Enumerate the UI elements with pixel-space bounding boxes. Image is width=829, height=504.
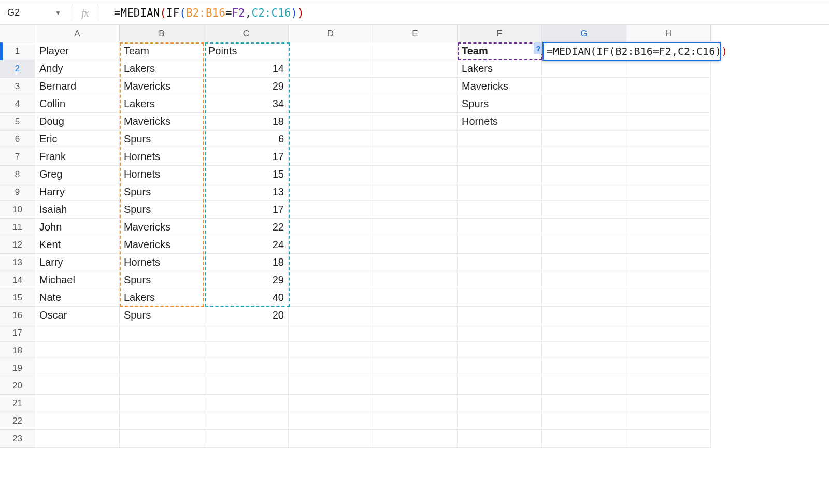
cell-E11[interactable] [373, 219, 458, 236]
cell-B6[interactable]: Spurs [120, 131, 204, 148]
cell-G16[interactable] [542, 307, 626, 324]
cell-B15[interactable]: Lakers [120, 289, 204, 307]
row-head-17[interactable]: 17 [0, 324, 35, 342]
cell-F19[interactable] [458, 359, 542, 377]
cell-G20[interactable] [542, 377, 626, 395]
row-head-15[interactable]: 15 [0, 289, 35, 307]
cell-A22[interactable] [35, 412, 120, 430]
row-head-20[interactable]: 20 [0, 377, 35, 395]
cell-D9[interactable] [289, 183, 373, 201]
cell-D17[interactable] [289, 324, 373, 342]
cell-G9[interactable] [542, 183, 626, 201]
cell-E8[interactable] [373, 166, 458, 183]
cell-H16[interactable] [626, 307, 711, 324]
cell-D15[interactable] [289, 289, 373, 307]
cell-F9[interactable] [458, 183, 542, 201]
spreadsheet-grid[interactable]: ABCDEFGH1PlayerTeamPointsTeamMedian Poin… [0, 25, 829, 448]
cell-B5[interactable]: Mavericks [120, 113, 204, 131]
row-head-22[interactable]: 22 [0, 412, 35, 430]
cell-E21[interactable] [373, 395, 458, 412]
cell-C10[interactable]: 17 [204, 201, 289, 219]
cell-F4[interactable]: Spurs [458, 95, 542, 113]
cell-E19[interactable] [373, 359, 458, 377]
cell-G21[interactable] [542, 395, 626, 412]
cell-B22[interactable] [120, 412, 204, 430]
cell-H9[interactable] [626, 183, 711, 201]
cell-A4[interactable]: Collin [35, 95, 120, 113]
cell-B10[interactable]: Spurs [120, 201, 204, 219]
cell-A1[interactable]: Player [35, 42, 120, 60]
cell-C5[interactable]: 18 [204, 113, 289, 131]
cell-E1[interactable] [373, 42, 458, 60]
formula-input[interactable]: =MEDIAN(IF(B2:B16=F2,C2:C16)) [104, 7, 304, 19]
cell-F10[interactable] [458, 201, 542, 219]
row-head-1[interactable]: 1 [0, 42, 35, 60]
cell-G23[interactable] [542, 430, 626, 448]
cell-B16[interactable]: Spurs [120, 307, 204, 324]
cell-G5[interactable] [542, 113, 626, 131]
cell-F15[interactable] [458, 289, 542, 307]
row-head-21[interactable]: 21 [0, 395, 35, 412]
cell-A9[interactable]: Harry [35, 183, 120, 201]
cell-G6[interactable] [542, 131, 626, 148]
cell-A23[interactable] [35, 430, 120, 448]
cell-B4[interactable]: Lakers [120, 95, 204, 113]
cell-E16[interactable] [373, 307, 458, 324]
cell-A13[interactable]: Larry [35, 254, 120, 271]
cell-G11[interactable] [542, 219, 626, 236]
cell-A2[interactable]: Andy [35, 60, 120, 78]
cell-H6[interactable] [626, 131, 711, 148]
cell-F6[interactable] [458, 131, 542, 148]
cell-G22[interactable] [542, 412, 626, 430]
cell-G14[interactable] [542, 271, 626, 289]
cell-F2[interactable]: Lakers [458, 60, 542, 78]
cell-G12[interactable] [542, 236, 626, 254]
cell-E10[interactable] [373, 201, 458, 219]
cell-D20[interactable] [289, 377, 373, 395]
row-head-6[interactable]: 6 [0, 131, 35, 148]
row-head-4[interactable]: 4 [0, 95, 35, 113]
cell-B1[interactable]: Team [120, 42, 204, 60]
cell-F3[interactable]: Mavericks [458, 78, 542, 95]
cell-F14[interactable] [458, 271, 542, 289]
cell-E2[interactable] [373, 60, 458, 78]
cell-H23[interactable] [626, 430, 711, 448]
row-head-9[interactable]: 9 [0, 183, 35, 201]
col-head-F[interactable]: F [458, 25, 542, 42]
cell-B13[interactable]: Hornets [120, 254, 204, 271]
cell-A15[interactable]: Nate [35, 289, 120, 307]
cell-G4[interactable] [542, 95, 626, 113]
cell-C6[interactable]: 6 [204, 131, 289, 148]
cell-A7[interactable]: Frank [35, 148, 120, 166]
name-box-dropdown-icon[interactable]: ▼ [55, 9, 61, 17]
cell-H11[interactable] [626, 219, 711, 236]
cell-H19[interactable] [626, 359, 711, 377]
cell-B11[interactable]: Mavericks [120, 219, 204, 236]
cell-H10[interactable] [626, 201, 711, 219]
cell-G13[interactable] [542, 254, 626, 271]
cell-G2[interactable] [542, 60, 626, 78]
cell-D2[interactable] [289, 60, 373, 78]
cell-G8[interactable] [542, 166, 626, 183]
cell-C2[interactable]: 14 [204, 60, 289, 78]
cell-D14[interactable] [289, 271, 373, 289]
cell-D6[interactable] [289, 131, 373, 148]
cell-G10[interactable] [542, 201, 626, 219]
cell-F20[interactable] [458, 377, 542, 395]
cell-E7[interactable] [373, 148, 458, 166]
cell-E18[interactable] [373, 342, 458, 359]
cell-D16[interactable] [289, 307, 373, 324]
cell-E6[interactable] [373, 131, 458, 148]
cell-C22[interactable] [204, 412, 289, 430]
cell-B9[interactable]: Spurs [120, 183, 204, 201]
cell-B7[interactable]: Hornets [120, 148, 204, 166]
select-all-corner[interactable] [0, 25, 35, 42]
cell-H8[interactable] [626, 166, 711, 183]
cell-C15[interactable]: 40 [204, 289, 289, 307]
cell-F1[interactable]: Team [458, 42, 542, 60]
cell-A3[interactable]: Bernard [35, 78, 120, 95]
cell-H3[interactable] [626, 78, 711, 95]
cell-E22[interactable] [373, 412, 458, 430]
cell-H2[interactable] [626, 60, 711, 78]
cell-E15[interactable] [373, 289, 458, 307]
